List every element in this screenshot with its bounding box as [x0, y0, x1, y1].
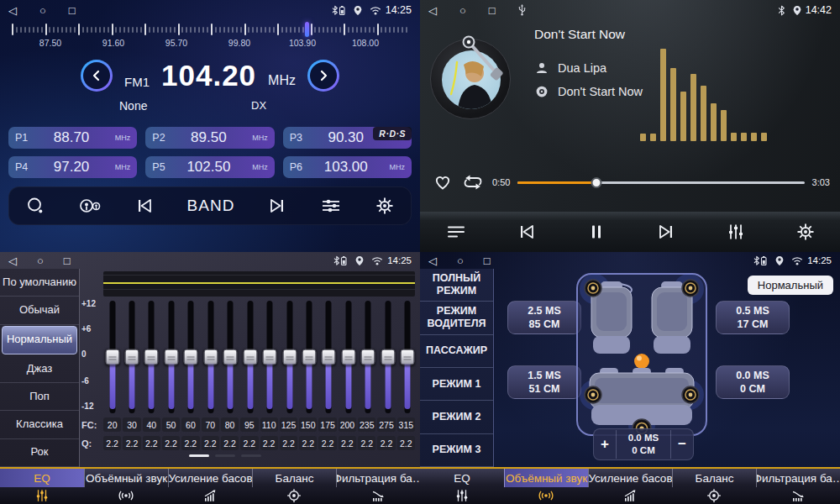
fc-value-chip[interactable]: 275: [377, 417, 395, 432]
q-value-chip[interactable]: 2.2: [123, 436, 140, 450]
fc-value-chip[interactable]: 200: [339, 417, 356, 432]
eq-band-slider-2[interactable]: [124, 301, 139, 413]
slider-thumb[interactable]: [401, 349, 415, 365]
fc-value-chip[interactable]: 315: [397, 417, 415, 432]
eq-preset-6[interactable]: Классика: [0, 411, 79, 438]
tab-filter-bass[interactable]: Фильтрация ба…: [336, 469, 420, 504]
tab-bass-boost[interactable]: Усиление басов: [588, 469, 672, 504]
q-value-chip[interactable]: 2.2: [339, 436, 356, 450]
eq-band-slider-15[interactable]: [381, 301, 395, 413]
fc-value-chip[interactable]: 40: [143, 417, 160, 432]
delay-front-right-button[interactable]: 0.5 MS17 CM: [716, 301, 790, 334]
preset-button-p4[interactable]: P497.20MHz: [8, 156, 137, 178]
eq-band-slider-14[interactable]: [361, 301, 375, 413]
eq-band-slider-7[interactable]: [223, 301, 238, 413]
eq-band-slider-6[interactable]: [203, 301, 218, 413]
nav-back-icon[interactable]: ◁: [428, 255, 437, 266]
slider-thumb[interactable]: [322, 349, 336, 365]
fc-value-chip[interactable]: 30: [123, 417, 140, 432]
preset-button-p1[interactable]: P188.70MHz: [8, 127, 137, 149]
q-value-chip[interactable]: 2.2: [202, 436, 219, 450]
fc-value-chip[interactable]: 80: [221, 417, 239, 432]
eq-band-slider-4[interactable]: [164, 301, 178, 413]
slider-thumb[interactable]: [203, 349, 218, 365]
scan-button[interactable]: [25, 196, 45, 216]
tab-surround[interactable]: Объёмный звук: [504, 469, 588, 504]
eq-preset-1[interactable]: По умолчанию: [0, 269, 79, 297]
listening-mode-5[interactable]: РЕЖИМ 2: [420, 401, 493, 433]
preset-button-p6[interactable]: P6103.00MHz: [283, 156, 412, 178]
slider-thumb[interactable]: [381, 349, 395, 365]
slider-thumb[interactable]: [144, 349, 159, 365]
nav-back-icon[interactable]: ◁: [8, 5, 17, 16]
tab-filter-bass[interactable]: Фильтрация ба…: [756, 469, 840, 504]
tab-balance[interactable]: Баланс: [252, 469, 336, 504]
seek-up-button[interactable]: [307, 60, 339, 92]
slider-thumb[interactable]: [243, 349, 257, 365]
slider-thumb[interactable]: [223, 349, 238, 365]
listening-mode-6[interactable]: РЕЖИМ 3: [420, 434, 493, 467]
eq-band-slider-1[interactable]: [105, 301, 119, 413]
listening-mode-3[interactable]: ПАССАЖИР: [420, 335, 493, 368]
nav-back-icon[interactable]: ◁: [8, 255, 17, 266]
fc-value-chip[interactable]: 60: [181, 417, 199, 432]
slider-thumb[interactable]: [105, 349, 119, 365]
slider-thumb[interactable]: [263, 349, 277, 365]
listening-mode-1[interactable]: ПОЛНЫЙ РЕЖИМ: [420, 269, 493, 302]
eq-preset-5[interactable]: Поп: [0, 383, 79, 411]
tab-balance[interactable]: Баланс: [672, 469, 756, 504]
q-value-chip[interactable]: 2.2: [280, 436, 297, 450]
eq-band-slider-11[interactable]: [302, 301, 317, 413]
tab-eq-sliders[interactable]: EQ: [420, 469, 504, 504]
slider-thumb[interactable]: [184, 349, 198, 365]
fc-value-chip[interactable]: 70: [202, 417, 219, 432]
tab-eq-sliders[interactable]: EQ: [0, 469, 84, 504]
delay-increase-button[interactable]: +: [594, 436, 616, 453]
delay-rear-right-button[interactable]: 0.0 MS0 CM: [716, 365, 790, 399]
tab-surround[interactable]: Объёмный звук: [84, 469, 168, 504]
preset-button-p5[interactable]: P5102.50MHz: [145, 156, 274, 178]
q-value-chip[interactable]: 2.2: [103, 436, 121, 450]
progress-handle[interactable]: [591, 177, 602, 188]
preset-button-p2[interactable]: P289.50MHz: [145, 127, 274, 149]
eq-band-slider-3[interactable]: [144, 301, 159, 413]
next-button[interactable]: [656, 222, 676, 242]
slider-thumb[interactable]: [302, 349, 317, 365]
settings-button[interactable]: [795, 222, 816, 242]
listening-mode-4[interactable]: РЕЖИМ 1: [420, 368, 493, 401]
nav-recents-icon[interactable]: □: [69, 5, 76, 16]
sound-profile-button[interactable]: Нормальный: [748, 276, 833, 295]
eq-band-slider-12[interactable]: [322, 301, 336, 413]
fc-value-chip[interactable]: 150: [299, 417, 317, 432]
fc-value-chip[interactable]: 110: [260, 417, 278, 432]
slider-thumb[interactable]: [361, 349, 375, 365]
frequency-scale[interactable]: [12, 21, 408, 38]
q-value-chip[interactable]: 2.2: [181, 436, 199, 450]
nav-home-icon[interactable]: ○: [37, 255, 44, 266]
tune-button[interactable]: [320, 196, 342, 216]
band-switch-button[interactable]: BAND: [187, 197, 235, 215]
eq-band-slider-5[interactable]: [184, 301, 198, 413]
eq-band-slider-16[interactable]: [401, 301, 415, 413]
q-value-chip[interactable]: 2.2: [162, 436, 180, 450]
nav-back-icon[interactable]: ◁: [428, 5, 437, 16]
fc-value-chip[interactable]: 175: [318, 417, 336, 432]
eq-band-slider-10[interactable]: [282, 301, 297, 413]
slider-thumb[interactable]: [341, 349, 355, 365]
prev-button[interactable]: [134, 196, 155, 216]
eq-preset-4[interactable]: Джаз: [0, 355, 79, 383]
fc-value-chip[interactable]: 20: [103, 417, 121, 432]
mixer-button[interactable]: [726, 222, 746, 242]
nav-recents-icon[interactable]: □: [64, 255, 71, 266]
nav-recents-icon[interactable]: □: [484, 255, 491, 266]
queue-button[interactable]: [445, 222, 467, 242]
seek-down-button[interactable]: [81, 60, 113, 92]
q-value-chip[interactable]: 2.2: [318, 436, 336, 450]
settings-button[interactable]: [375, 196, 395, 216]
prev-button[interactable]: [517, 222, 537, 242]
slider-thumb[interactable]: [124, 349, 139, 365]
q-value-chip[interactable]: 2.2: [377, 436, 395, 450]
favorite-button[interactable]: [432, 172, 454, 192]
fc-value-chip[interactable]: 235: [358, 417, 375, 432]
nav-home-icon[interactable]: ○: [457, 255, 464, 266]
